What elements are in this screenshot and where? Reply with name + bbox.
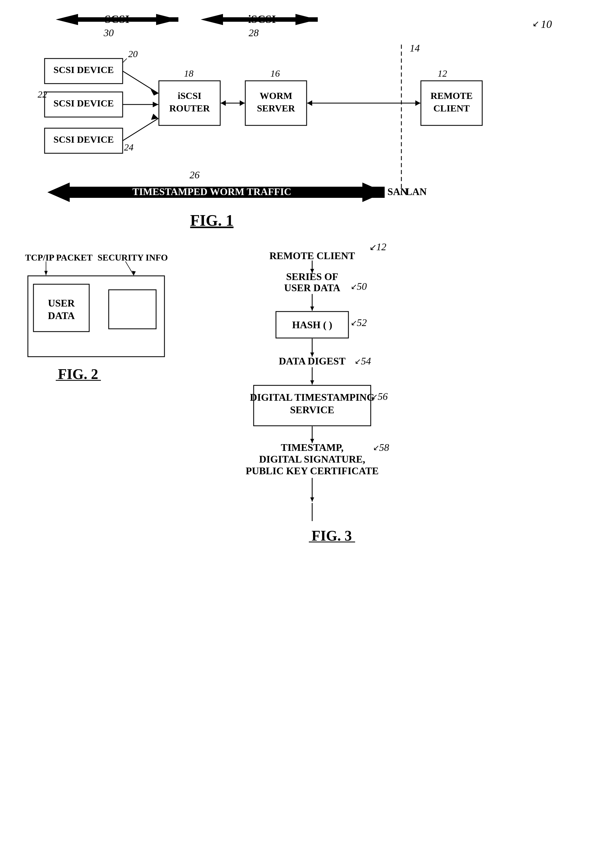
svg-text:TIMESTAMP,: TIMESTAMP, — [281, 442, 343, 453]
svg-text:↙: ↙ — [371, 392, 378, 401]
svg-marker-47 — [415, 100, 420, 106]
fig1-svg: SCSI 30 iSCSI 28 14 10 ↙ SCSI DEVICE 20 — [22, 11, 566, 234]
fig3-svg: 12 ↙ REMOTE CLIENT SERIES OF USER DATA 5… — [237, 242, 516, 557]
svg-marker-50 — [362, 183, 385, 202]
svg-text:SCSI DEVICE: SCSI DEVICE — [54, 65, 114, 75]
svg-text:FIG. 2: FIG. 2 — [58, 366, 98, 382]
svg-text:52: 52 — [357, 317, 367, 328]
svg-text:iSCSI: iSCSI — [178, 90, 201, 101]
svg-text:12: 12 — [438, 68, 447, 78]
svg-text:FIG. 3: FIG. 3 — [312, 528, 352, 544]
svg-text:TCP/IP PACKET: TCP/IP PACKET — [25, 252, 93, 263]
svg-text:10: 10 — [541, 18, 552, 30]
svg-text:WORM: WORM — [259, 90, 292, 101]
svg-text:SECURITY INFO: SECURITY INFO — [98, 252, 168, 263]
svg-marker-91 — [310, 380, 314, 384]
svg-text:28: 28 — [248, 27, 259, 39]
svg-text:TIMESTAMPED WORM TRAFFIC: TIMESTAMPED WORM TRAFFIC — [132, 186, 291, 197]
fig2-container: TCP/IP PACKET SECURITY INFO USER DATA FI… — [22, 251, 184, 396]
svg-text:SCSI DEVICE: SCSI DEVICE — [54, 98, 114, 108]
svg-text:24: 24 — [124, 142, 134, 152]
svg-text:REMOTE CLIENT: REMOTE CLIENT — [269, 250, 355, 261]
svg-marker-0 — [56, 14, 78, 25]
svg-marker-80 — [310, 306, 314, 311]
svg-text:14: 14 — [410, 43, 420, 54]
fig3-container: 12 ↙ REMOTE CLIENT SERIES OF USER DATA 5… — [237, 242, 543, 549]
svg-line-61 — [125, 261, 134, 275]
svg-text:DIGITAL SIGNATURE,: DIGITAL SIGNATURE, — [259, 454, 366, 465]
svg-text:58: 58 — [379, 442, 389, 453]
svg-text:SERIES OF: SERIES OF — [286, 271, 338, 282]
svg-text:PUBLIC KEY CERTIFICATE: PUBLIC KEY CERTIFICATE — [246, 466, 379, 476]
svg-line-36 — [123, 71, 158, 93]
page: SCSI 30 iSCSI 28 14 10 ↙ SCSI DEVICE 20 — [0, 0, 599, 868]
svg-text:ROUTER: ROUTER — [169, 103, 210, 113]
svg-text:SERVICE: SERVICE — [290, 404, 334, 416]
svg-text:CLIENT: CLIENT — [433, 103, 470, 113]
svg-text:↙: ↙ — [373, 443, 379, 452]
svg-text:SCSI DEVICE: SCSI DEVICE — [54, 134, 114, 145]
svg-text:DATA DIGEST: DATA DIGEST — [279, 356, 346, 367]
svg-text:USER: USER — [48, 297, 75, 309]
svg-text:56: 56 — [378, 391, 388, 402]
svg-text:FIG. 1: FIG. 1 — [190, 212, 233, 229]
svg-text:SCSI: SCSI — [105, 13, 129, 26]
svg-text:REMOTE: REMOTE — [430, 90, 473, 101]
svg-text:DATA: DATA — [48, 310, 75, 321]
fig1-container: SCSI 30 iSCSI 28 14 10 ↙ SCSI DEVICE 20 — [22, 11, 566, 228]
svg-text:12: 12 — [376, 242, 386, 252]
svg-text:HASH ( ): HASH ( ) — [292, 319, 332, 330]
svg-text:50: 50 — [357, 281, 367, 292]
svg-line-16 — [123, 59, 127, 63]
svg-marker-48 — [47, 183, 70, 202]
svg-marker-7 — [295, 14, 318, 25]
svg-text:30: 30 — [104, 27, 114, 39]
svg-text:↙: ↙ — [533, 19, 539, 28]
svg-text:22: 22 — [38, 89, 47, 99]
svg-text:26: 26 — [190, 170, 200, 180]
svg-text:iSCSI: iSCSI — [248, 13, 276, 26]
svg-text:LAN: LAN — [406, 186, 427, 197]
svg-marker-105 — [310, 497, 314, 502]
svg-marker-43 — [221, 100, 226, 106]
svg-text:↙: ↙ — [351, 282, 357, 291]
svg-text:DIGITAL TIMESTAMPING: DIGITAL TIMESTAMPING — [250, 392, 374, 403]
svg-text:SAN: SAN — [387, 186, 408, 197]
svg-text:↙: ↙ — [369, 242, 377, 252]
svg-marker-46 — [307, 100, 312, 106]
svg-marker-39 — [153, 102, 158, 107]
svg-marker-5 — [201, 14, 223, 25]
svg-text:↙: ↙ — [351, 318, 357, 327]
svg-text:18: 18 — [184, 68, 193, 78]
svg-marker-2 — [156, 14, 178, 25]
svg-marker-44 — [240, 100, 245, 106]
svg-marker-59 — [44, 271, 48, 275]
svg-text:↙: ↙ — [355, 357, 361, 366]
svg-text:SERVER: SERVER — [257, 103, 295, 113]
svg-text:USER DATA: USER DATA — [284, 282, 340, 293]
svg-text:16: 16 — [270, 68, 280, 78]
svg-line-40 — [123, 119, 158, 141]
svg-text:20: 20 — [128, 49, 138, 59]
svg-rect-67 — [109, 290, 156, 329]
svg-text:54: 54 — [361, 356, 371, 367]
fig2-svg: TCP/IP PACKET SECURITY INFO USER DATA FI… — [22, 251, 190, 398]
